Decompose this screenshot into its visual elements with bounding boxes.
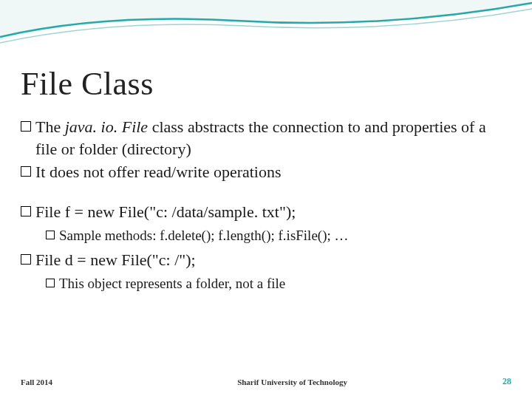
decorative-swoosh	[0, 0, 532, 59]
footer-org: Sharif University of Technology	[52, 378, 502, 386]
bullet-text: Sample methods: f.delete(); f.length(); …	[59, 226, 511, 245]
bullet-box-icon	[21, 121, 31, 132]
sub-bullet-item: This object represents a folder, not a f…	[46, 274, 511, 293]
bullet-item: The java. io. File class abstracts the c…	[21, 116, 511, 160]
footer-date: Fall 2014	[21, 378, 52, 386]
bullet-box-icon	[21, 254, 31, 265]
bullet-text: The java. io. File class abstracts the c…	[35, 116, 511, 160]
bullet-text: File d = new File("c: /");	[35, 249, 511, 271]
slide-footer: Fall 2014 Sharif University of Technolog…	[0, 376, 532, 387]
bullet-text: This object represents a folder, not a f…	[59, 274, 511, 293]
bullet-box-icon	[21, 166, 31, 177]
bullet-list: The java. io. File class abstracts the c…	[21, 116, 511, 293]
bullet-box-icon	[46, 231, 55, 239]
bullet-box-icon	[46, 279, 55, 287]
bullet-text: It does not offer read/write operations	[35, 161, 511, 183]
bullet-item: File f = new File("c: /data/sample. txt"…	[21, 201, 511, 223]
slide-number: 28	[502, 376, 511, 387]
bullet-text: File f = new File("c: /data/sample. txt"…	[35, 201, 511, 223]
sub-bullet-item: Sample methods: f.delete(); f.length(); …	[46, 226, 511, 245]
slide-title: File Class	[21, 65, 511, 103]
bullet-item: It does not offer read/write operations	[21, 161, 511, 183]
bullet-item: File d = new File("c: /");	[21, 249, 511, 271]
bullet-box-icon	[21, 206, 31, 216]
slide-content: File Class The java. io. File class abst…	[21, 65, 511, 298]
